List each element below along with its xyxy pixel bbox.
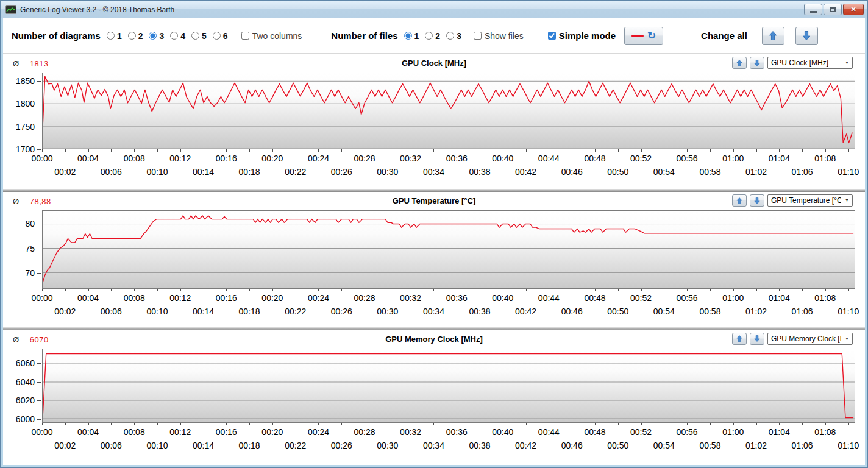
maximize-button[interactable] (824, 4, 842, 15)
x-axis-label: 00:18 (239, 441, 260, 450)
refresh-icon: ↻ (647, 30, 656, 41)
radio-diagrams-5-input[interactable] (191, 32, 199, 40)
x-axis-label: 00:08 (124, 293, 145, 303)
y-tick (37, 127, 41, 127)
maximize-icon (830, 7, 836, 12)
radio-files-3[interactable]: 3 (446, 31, 461, 41)
simple-mode-checkbox-input[interactable] (548, 32, 556, 40)
move-chart-up-button[interactable] (732, 333, 747, 345)
x-axis-label: 00:28 (354, 154, 375, 163)
minimize-button[interactable] (804, 4, 822, 15)
x-tick (272, 289, 273, 291)
x-tick (433, 423, 434, 425)
x-axis-label: 00:40 (492, 293, 513, 303)
x-axis-label: 01:04 (769, 427, 790, 437)
x-axis-label: 00:10 (146, 441, 168, 450)
x-tick (802, 149, 803, 152)
x-axis-label: 01:10 (838, 441, 859, 450)
x-tick (503, 149, 503, 152)
metric-select[interactable]: GPU Memory Clock [MHz] (767, 333, 853, 345)
change-all-down-button[interactable] (795, 27, 818, 45)
move-chart-down-button[interactable] (750, 57, 764, 69)
radio-diagrams-6-input[interactable] (213, 32, 221, 40)
x-tick (42, 423, 43, 425)
close-button[interactable]: ✕ (843, 4, 864, 15)
radio-diagrams-3[interactable]: 3 (149, 31, 164, 41)
x-tick (411, 289, 411, 291)
x-axis-label: 00:26 (331, 167, 352, 177)
x-axis: 00:0000:0400:0800:1200:1600:2000:2400:28… (42, 149, 855, 189)
x-axis-label: 00:40 (492, 427, 513, 437)
x-axis-label: 00:14 (193, 307, 214, 316)
two-columns-checkbox-input[interactable] (241, 32, 249, 40)
x-tick (664, 423, 664, 425)
radio-diagrams-2-input[interactable] (128, 32, 136, 40)
line-style-button[interactable]: ↻ (624, 27, 663, 45)
series-line (43, 353, 853, 417)
x-tick (365, 289, 365, 291)
change-all-up-button[interactable] (762, 27, 784, 45)
x-axis-label: 00:16 (216, 427, 237, 437)
x-tick (88, 423, 89, 425)
radio-diagrams-6[interactable]: 6 (213, 31, 228, 41)
minimize-icon (810, 11, 817, 13)
show-files-checkbox-input[interactable] (474, 32, 482, 40)
title-bar[interactable]: Generic Log Viewer 3.2 - © 2018 Thomas B… (1, 1, 867, 18)
radio-diagrams-4[interactable]: 4 (170, 31, 185, 41)
move-chart-down-button[interactable] (750, 333, 764, 345)
x-axis-label: 00:18 (239, 167, 260, 177)
x-axis-label: 00:46 (561, 307, 583, 316)
x-axis-label: 01:02 (745, 307, 767, 316)
x-tick (249, 289, 250, 291)
x-axis-label: 00:42 (515, 441, 536, 450)
x-axis-label: 00:20 (261, 154, 283, 163)
x-axis-label: 00:44 (538, 427, 560, 437)
radio-diagrams-3-input[interactable] (149, 32, 157, 40)
move-chart-down-button[interactable] (750, 194, 764, 207)
x-axis-label: 00:44 (538, 293, 560, 303)
y-tick (37, 382, 41, 383)
plot-area[interactable] (42, 73, 855, 149)
x-tick (341, 289, 342, 291)
x-tick (802, 423, 803, 425)
move-chart-up-button[interactable] (732, 194, 747, 207)
radio-diagrams-1-input[interactable] (107, 32, 115, 40)
x-axis-label: 01:04 (769, 293, 790, 303)
y-axis-label: 1700 (16, 144, 35, 154)
window-title: Generic Log Viewer 3.2 - © 2018 Thomas B… (20, 5, 174, 14)
radio-diagrams-4-input[interactable] (170, 32, 178, 40)
plot-area[interactable] (42, 349, 855, 423)
simple-mode-checkbox[interactable]: Simple mode (548, 30, 616, 41)
x-tick (802, 289, 803, 291)
radio-diagrams-1[interactable]: 1 (107, 31, 122, 41)
x-tick (180, 149, 181, 152)
x-axis-label: 01:04 (769, 154, 790, 163)
x-tick (480, 149, 480, 152)
radio-files-2-input[interactable] (425, 32, 433, 40)
move-chart-up-button[interactable] (732, 57, 747, 69)
radio-files-1-input[interactable] (404, 32, 412, 40)
metric-select[interactable]: GPU Clock [MHz] (767, 57, 853, 69)
x-axis-label: 01:00 (722, 154, 744, 163)
x-axis-label: 00:06 (101, 167, 122, 177)
x-axis-label: 00:56 (677, 293, 698, 303)
radio-files-3-input[interactable] (446, 32, 454, 40)
radio-files-2[interactable]: 2 (425, 31, 440, 41)
charts-area: Ø 1813 GPU Clock [MHz] GPU Clock [MHz] 1… (3, 54, 865, 465)
radio-diagrams-2[interactable]: 2 (128, 31, 143, 41)
y-axis-label: 70 (25, 268, 35, 278)
radio-diagrams-5[interactable]: 5 (191, 31, 207, 41)
x-axis-label: 00:04 (77, 154, 99, 163)
two-columns-checkbox[interactable]: Two columns (241, 31, 302, 41)
x-tick (157, 423, 158, 425)
metric-select[interactable]: GPU Temperature [°C] (767, 194, 853, 207)
plot-area[interactable] (42, 210, 855, 289)
x-axis-label: 00:32 (400, 427, 421, 437)
x-tick (825, 149, 826, 152)
show-files-checkbox[interactable]: Show files (474, 31, 524, 41)
x-tick (687, 423, 688, 425)
y-axis-label: 75 (25, 244, 35, 254)
y-tick (37, 249, 41, 249)
x-axis-label: 00:14 (193, 167, 214, 177)
radio-files-1[interactable]: 1 (404, 31, 419, 41)
